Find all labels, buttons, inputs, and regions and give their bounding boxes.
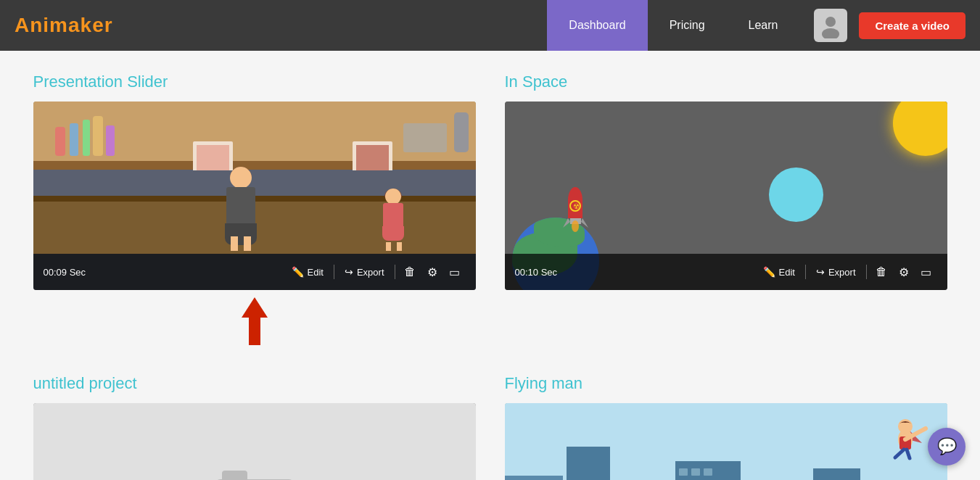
b1-windows bbox=[505, 476, 563, 480]
nav-pricing[interactable]: Pricing bbox=[648, 0, 727, 51]
person1-body bbox=[226, 187, 255, 227]
svg-rect-3 bbox=[55, 127, 65, 156]
project-toolbar-in-space: 00:10 Sec ✏️ Edit ↪ Export 🗑 ⚙ ▭ bbox=[505, 254, 947, 290]
create-video-button[interactable]: Create a video bbox=[859, 12, 965, 39]
user-avatar[interactable] bbox=[814, 9, 847, 42]
person1-legs bbox=[229, 236, 252, 254]
main-content: Presentation Slider bbox=[19, 51, 962, 480]
svg-rect-6 bbox=[93, 116, 103, 156]
copy-button-presentation-slider[interactable]: ▭ bbox=[443, 265, 466, 279]
project-duration-presentation-slider: 00:09 Sec bbox=[44, 267, 86, 278]
shelf-items bbox=[41, 105, 476, 170]
svg-rect-5 bbox=[83, 120, 90, 156]
arrow-shaft bbox=[249, 318, 260, 345]
svg-rect-4 bbox=[70, 123, 78, 156]
arrow-indicator bbox=[33, 297, 476, 345]
project-card-untitled: untitled project bbox=[33, 374, 476, 480]
export-button-presentation-slider[interactable]: ↪ Export bbox=[337, 266, 392, 278]
project-thumb-in-space[interactable]: ☢ 00:10 Sec bbox=[505, 102, 947, 290]
svg-rect-13 bbox=[356, 145, 389, 170]
person1-leg-right bbox=[244, 236, 251, 251]
svg-rect-7 bbox=[106, 125, 115, 156]
copy-button-in-space[interactable]: ▭ bbox=[915, 265, 937, 279]
project-duration-in-space: 00:10 Sec bbox=[515, 267, 558, 278]
separator4 bbox=[866, 265, 867, 279]
svg-rect-40 bbox=[679, 468, 688, 476]
arrow-up-group bbox=[242, 297, 268, 345]
project-thumb-untitled[interactable] bbox=[33, 403, 476, 480]
edit-label: Edit bbox=[308, 267, 324, 278]
settings-button-presentation-slider[interactable]: ⚙ bbox=[421, 265, 443, 279]
person2-skirt bbox=[382, 226, 404, 241]
delete-button-presentation-slider[interactable]: 🗑 bbox=[398, 265, 421, 278]
camera-svg bbox=[207, 458, 302, 480]
space-planet bbox=[769, 167, 823, 222]
svg-rect-42 bbox=[704, 468, 712, 476]
person2-head bbox=[385, 189, 401, 204]
nav-links: Dashboard Pricing Learn bbox=[547, 0, 799, 51]
chat-button[interactable]: 💬 bbox=[928, 428, 965, 465]
flying-man-svg bbox=[882, 418, 933, 461]
projects-grid: Presentation Slider bbox=[33, 73, 947, 480]
navbar: Animaker Dashboard Pricing Learn Create … bbox=[0, 0, 980, 51]
person2 bbox=[377, 189, 409, 254]
nav-dashboard[interactable]: Dashboard bbox=[547, 0, 647, 51]
edit-icon2: ✏️ bbox=[763, 266, 775, 278]
building2 bbox=[567, 447, 610, 480]
svg-line-51 bbox=[895, 450, 904, 458]
nav-right: Create a video bbox=[814, 9, 965, 42]
building4 bbox=[675, 461, 741, 480]
nav-learn[interactable]: Learn bbox=[727, 0, 800, 51]
person2-leg-left bbox=[386, 242, 391, 251]
flying-man-figure bbox=[882, 418, 933, 464]
project-title-untitled: untitled project bbox=[33, 374, 476, 393]
project-thumb-flying-man[interactable] bbox=[505, 403, 947, 480]
svg-rect-41 bbox=[691, 468, 700, 476]
b4-windows bbox=[675, 461, 741, 480]
export-button-in-space[interactable]: ↪ Export bbox=[809, 266, 863, 278]
project-thumb-presentation-slider[interactable]: 00:09 Sec ✏️ Edit ↪ Export 🗑 ⚙ ▭ bbox=[33, 102, 476, 290]
settings-button-in-space[interactable]: ⚙ bbox=[893, 265, 915, 279]
space-sun bbox=[893, 102, 947, 156]
svg-rect-26 bbox=[222, 471, 247, 480]
svg-marker-19 bbox=[581, 218, 588, 228]
delete-button-in-space[interactable]: 🗑 bbox=[870, 265, 893, 278]
person2-body bbox=[383, 203, 403, 228]
svg-marker-18 bbox=[563, 218, 570, 228]
project-card-flying-man: Flying man bbox=[505, 374, 947, 480]
project-card-in-space: In Space bbox=[505, 73, 947, 345]
person2-legs bbox=[384, 241, 403, 254]
person2-leg-right bbox=[397, 242, 402, 251]
person1 bbox=[219, 167, 263, 254]
person1-head bbox=[230, 167, 252, 189]
flying-scene bbox=[505, 403, 947, 480]
svg-point-1 bbox=[825, 17, 836, 27]
svg-line-52 bbox=[907, 450, 910, 458]
space-rocket: ☢ bbox=[563, 186, 588, 239]
rocket-svg: ☢ bbox=[563, 186, 588, 236]
svg-point-21 bbox=[572, 220, 579, 232]
separator2 bbox=[395, 265, 395, 279]
export-label2: Export bbox=[828, 267, 856, 278]
building1 bbox=[505, 476, 563, 480]
project-toolbar-presentation-slider: 00:09 Sec ✏️ Edit ↪ Export 🗑 ⚙ ▭ bbox=[33, 254, 476, 290]
edit-button-in-space[interactable]: ✏️ Edit bbox=[756, 266, 802, 278]
separator bbox=[334, 265, 334, 279]
export-icon: ↪ bbox=[345, 266, 353, 278]
project-title-presentation-slider: Presentation Slider bbox=[33, 73, 476, 91]
export-icon2: ↪ bbox=[816, 266, 825, 278]
project-card-presentation-slider: Presentation Slider bbox=[33, 73, 476, 345]
project-title-in-space: In Space bbox=[505, 73, 947, 91]
svg-rect-8 bbox=[403, 123, 447, 152]
arrow-head bbox=[242, 297, 268, 318]
svg-text:☢: ☢ bbox=[573, 202, 580, 210]
edit-label2: Edit bbox=[779, 267, 795, 278]
app-logo: Animaker bbox=[15, 14, 113, 37]
project-title-flying-man: Flying man bbox=[505, 374, 947, 393]
person1-leg-left bbox=[231, 236, 238, 251]
untitled-scene bbox=[33, 403, 476, 480]
edit-button-presentation-slider[interactable]: ✏️ Edit bbox=[284, 266, 331, 278]
edit-icon: ✏️ bbox=[292, 266, 304, 278]
building6 bbox=[813, 468, 860, 480]
svg-rect-9 bbox=[454, 112, 469, 152]
